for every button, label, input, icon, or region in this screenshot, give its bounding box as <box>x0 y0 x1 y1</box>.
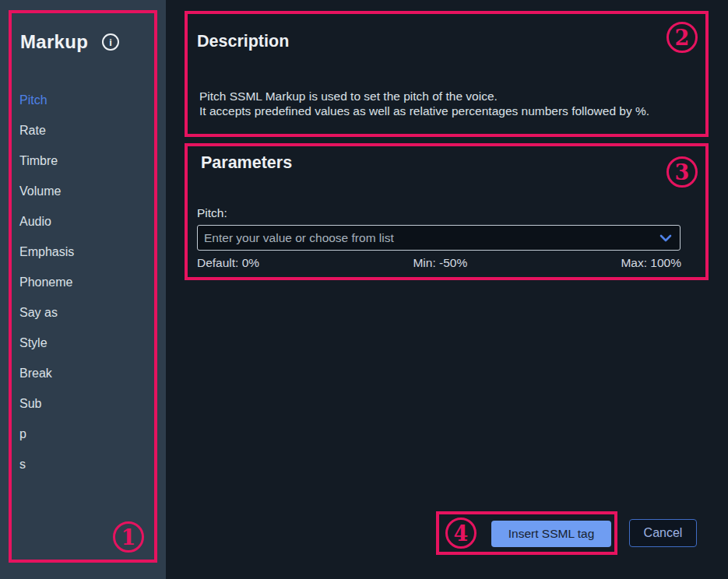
sidebar-item-style[interactable]: Style <box>0 328 166 358</box>
max-value-label: Max: 100% <box>621 256 681 270</box>
sidebar-item-audio[interactable]: Audio <box>0 206 166 237</box>
insert-ssml-tag-button[interactable]: Insert SSML tag <box>491 521 611 547</box>
sidebar-item-timbre[interactable]: Timbre <box>0 146 166 176</box>
annotation-number-3: 3 <box>666 156 698 188</box>
sidebar-item-break[interactable]: Break <box>0 358 166 388</box>
sidebar-item-say-as[interactable]: Say as <box>0 297 166 328</box>
cancel-button[interactable]: Cancel <box>629 519 697 547</box>
parameters-panel-title: Parameters <box>201 153 292 173</box>
description-line-1: Pitch SSML Markup is used to set the pit… <box>199 89 649 104</box>
info-icon[interactable]: i <box>102 33 119 51</box>
pitch-combobox[interactable] <box>197 225 681 251</box>
sidebar-item-volume[interactable]: Volume <box>0 176 166 206</box>
default-value-label: Default: 0% <box>197 256 259 270</box>
description-panel-title: Description <box>197 32 289 51</box>
annotation-number-2: 2 <box>666 22 698 53</box>
sidebar-item-rate[interactable]: Rate <box>0 115 166 146</box>
markup-nav: Pitch Rate Timbre Volume Audio Emphasis … <box>0 85 166 479</box>
pitch-value-input[interactable] <box>198 226 659 250</box>
sidebar-item-p[interactable]: p <box>0 419 166 449</box>
sidebar-header: Markup i <box>20 31 119 53</box>
sidebar-item-sub[interactable]: Sub <box>0 388 166 419</box>
sidebar-item-phoneme[interactable]: Phoneme <box>0 267 166 297</box>
sidebar-item-pitch[interactable]: Pitch <box>0 85 166 115</box>
pitch-range-info: Default: 0% Min: -50% Max: 100% <box>197 256 681 270</box>
markup-sidebar: Markup i Pitch Rate Timbre Volume Audio … <box>0 0 166 579</box>
pitch-field-label: Pitch: <box>197 206 227 220</box>
chevron-down-icon[interactable] <box>659 234 672 242</box>
min-value-label: Min: -50% <box>413 256 467 270</box>
description-line-2: It accepts predefined values as well as … <box>199 104 649 118</box>
annotation-number-4: 4 <box>445 518 477 549</box>
description-text: Pitch SSML Markup is used to set the pit… <box>199 89 649 118</box>
sidebar-title: Markup <box>20 31 88 53</box>
sidebar-item-s[interactable]: s <box>0 449 166 479</box>
sidebar-item-emphasis[interactable]: Emphasis <box>0 237 166 267</box>
